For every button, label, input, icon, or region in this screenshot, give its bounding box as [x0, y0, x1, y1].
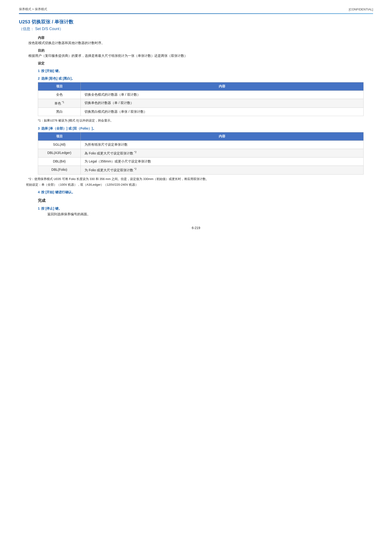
table2-row3-col1: DBL(B4)	[38, 157, 81, 166]
mudi-label: 目的	[38, 49, 373, 53]
step-4-text: 按 [开始] 键进行确认。	[41, 190, 75, 194]
table2-row2-col1: DBL(A3/Ledger)	[38, 149, 81, 157]
confidential-label: [CONFIDENTIAL]	[349, 7, 373, 11]
step-4-number: 4	[38, 190, 40, 194]
breadcrumb: 保养模式 > 保养模式	[19, 7, 47, 11]
complete-step1-number: 1	[38, 206, 40, 210]
table2-row4-col1: DBL(Folio)	[38, 166, 81, 175]
top-bar: 保养模式 > 保养模式 [CONFIDENTIAL]	[19, 7, 373, 11]
step-1-text: 按 [开始] 键。	[41, 69, 62, 73]
table1-row3-col2: 切换黑白模式的计数器（单张 / 双张计数）	[81, 107, 364, 116]
table1-row2-col1: 単色 *1	[38, 99, 81, 108]
section-title: U253 切换双张 / 单张计数	[19, 19, 373, 25]
table-row: SGL(All) 为所有纸张尺寸设定单张计数	[38, 141, 364, 149]
naiyou-label: 内容	[38, 36, 373, 40]
complete-subtext: 返回到选择保养编号的画面。	[47, 212, 373, 216]
divider-blue	[19, 13, 373, 14]
table2-header-col2: 内容	[81, 132, 364, 141]
step-4-heading: 4按 [开始] 键进行确认。	[38, 190, 373, 194]
step-3-text: 选择 [单（全部）] 或 [双（Folio）]。	[41, 127, 96, 130]
step-2-number: 2	[38, 77, 40, 80]
table1-header-col1: 项目	[38, 82, 81, 91]
table2-container: 项目 内容 SGL(All) 为所有纸张尺寸设定单张计数 DBL(A3/Ledg…	[38, 132, 364, 175]
table-row: 全色 切换全色模式的计数器（单 / 双计数）	[38, 91, 364, 99]
complete-step1-text: 按 [停止] 键。	[41, 206, 62, 210]
step-2-heading: 2选择 [彩色] 或 [黑白]。	[38, 77, 373, 81]
complete-step1-heading: 1按 [停止] 键。	[38, 206, 373, 211]
settei-label: 设定	[38, 61, 373, 66]
table1-row1-col1: 全色	[38, 91, 81, 99]
step-1-heading: 1按 [开始] 键。	[38, 69, 373, 73]
table1-header-col2: 内容	[81, 82, 364, 91]
table-row: DBL(B4) 为 Legal（356mm）或更小尺寸设定单张计数	[38, 157, 364, 166]
table2-row3-col2: 为 Legal（356mm）或更小尺寸设定单张计数	[81, 157, 364, 166]
table2-row1-col2: 为所有纸张尺寸设定单张计数	[81, 141, 364, 149]
table1-row1-col2: 切换全色模式的计数器（单 / 双计数）	[81, 91, 364, 99]
complete-heading: 完成	[38, 198, 373, 203]
table-row: DBL(Folio) 为 Folio 或更大尺寸设定双张计数 *2	[38, 166, 364, 175]
page-container: 保养模式 > 保养模式 [CONFIDENTIAL] U253 切换双张 / 单…	[0, 0, 392, 554]
table1-row2-col2: 切换单色的计数器（单 / 双计数）	[81, 99, 364, 108]
table2-row2-col2: 為 Folio 或更大尺寸设定双张计数 *2	[81, 149, 364, 157]
step-3-heading: 3选择 [单（全部）] 或 [双（Folio）]。	[38, 127, 373, 131]
footnote2-line1: *2：使用保养模式 U035 可将 Folio 长度设为 330 和 356 m…	[28, 177, 373, 181]
footnote1: *1：如果U276 被设为 [模式 0] 以外的设定，则会显示。	[38, 118, 373, 123]
footnote2-line2: 初始设定：单（全部）（100V 机器），双（A3/Ledger）（120V/22…	[26, 183, 373, 187]
table-row: 黑白 切换黑白模式的计数器（单张 / 双张计数）	[38, 107, 364, 116]
table2-header-col1: 项目	[38, 132, 81, 141]
page-number: 6-219	[19, 226, 373, 230]
section-subtitle: （信息： Set D/S Count）	[19, 27, 373, 31]
mudi-text: 根据用户（复印服务提供商）的要求，选择是将最大尺寸纸张统计为一张（单张计数）还是…	[28, 54, 373, 58]
step-3-number: 3	[38, 127, 40, 130]
table-row: DBL(A3/Ledger) 為 Folio 或更大尺寸设定双张计数 *2	[38, 149, 364, 157]
table1-row3-col1: 黑白	[38, 107, 81, 116]
step-1-number: 1	[38, 69, 40, 73]
table-row: 単色 *1 切换单色的计数器（单 / 双计数）	[38, 99, 364, 108]
table1: 项目 内容 全色 切换全色模式的计数器（单 / 双计数） 単色 *1 切换单色的…	[38, 82, 364, 116]
naiyou-text: 按色彩模式切换总计数器和其他计数器的计数时序。	[28, 41, 373, 45]
table1-container: 项目 内容 全色 切换全色模式的计数器（单 / 双计数） 単色 *1 切换单色的…	[38, 82, 364, 116]
step-2-text: 选择 [彩色] 或 [黑白]。	[41, 77, 75, 80]
table2-row1-col1: SGL(All)	[38, 141, 81, 149]
table2: 项目 内容 SGL(All) 为所有纸张尺寸设定单张计数 DBL(A3/Ledg…	[38, 132, 364, 175]
table2-row4-col2: 为 Folio 或更大尺寸设定双张计数 *2	[81, 166, 364, 175]
